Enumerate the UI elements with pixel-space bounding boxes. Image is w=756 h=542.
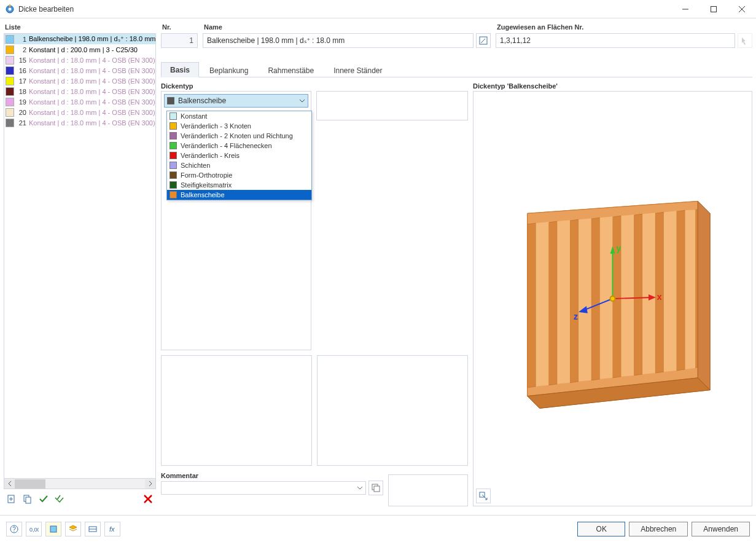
svg-rect-2 [9, 4, 10, 7]
scroll-right-arrow-icon[interactable] [145, 479, 155, 489]
svg-marker-27 [677, 210, 685, 371]
tab-beplankung[interactable]: Beplankung [200, 63, 257, 77]
dropdown-item[interactable]: Balkenscheibe [167, 190, 311, 200]
view-button[interactable] [85, 522, 101, 536]
list-item[interactable]: 16Konstant | d : 18.0 mm | 4 - OSB (EN 3… [4, 65, 155, 76]
color-swatch-icon [6, 56, 14, 65]
dropdown-swatch-icon [170, 171, 177, 179]
tab-rahmenstäbe[interactable]: Rahmenstäbe [259, 63, 323, 77]
svg-marker-28 [695, 210, 698, 368]
list-item-number: 17 [15, 77, 26, 85]
empty-panel-top [316, 91, 468, 120]
dropdown-item-label: Schichten [181, 162, 210, 169]
color-swatch-icon [6, 108, 14, 117]
svg-point-1 [9, 7, 12, 10]
copy-item-button[interactable] [21, 492, 34, 506]
kommentar-library-button[interactable] [368, 481, 383, 495]
dropdown-item-label: Veränderlich - 3 Knoten [181, 122, 251, 130]
new-item-button[interactable] [5, 492, 18, 506]
scroll-left-arrow-icon[interactable] [4, 479, 15, 489]
dropdown-item[interactable]: Veränderlich - 2 Knoten und Richtung [167, 131, 311, 141]
help-button[interactable]: ? [6, 522, 22, 536]
dickentyp-combo[interactable]: Balkenscheibe KonstantVeränderlich - 3 K… [164, 94, 308, 108]
preview-box[interactable]: y x z [473, 91, 752, 506]
svg-marker-34 [642, 213, 655, 374]
pick-surfaces-button [738, 33, 752, 48]
list-item[interactable]: 17Konstant | d : 18.0 mm | 4 - OSB (EN 3… [4, 76, 155, 86]
list-header: Liste [4, 22, 156, 33]
list-item[interactable]: 21Konstant | d : 18.0 mm | 4 - OSB (EN 3… [4, 117, 155, 128]
ok-button[interactable]: OK [577, 522, 625, 536]
svg-text:y: y [616, 243, 621, 253]
combo-selected-label: Balkenscheibe [178, 96, 226, 105]
color-button[interactable] [45, 522, 61, 536]
kommentar-combo[interactable] [161, 481, 366, 495]
layers-button[interactable] [65, 522, 81, 536]
chevron-down-icon [299, 98, 305, 104]
svg-text:x: x [657, 292, 662, 302]
nr-label: Nr. [161, 22, 198, 33]
check-button[interactable] [37, 492, 50, 506]
dropdown-item-label: Veränderlich - 2 Knoten und Richtung [181, 132, 293, 139]
dropdown-item[interactable]: Veränderlich - Kreis [167, 151, 311, 160]
function-button[interactable]: fx [104, 522, 120, 536]
units-button[interactable]: 0,00 [26, 522, 42, 536]
list-item-number: 20 [15, 109, 26, 116]
dropdown-swatch-icon [170, 191, 177, 198]
svg-marker-29 [536, 222, 549, 387]
empty-top-right-label [316, 81, 468, 91]
list-item[interactable]: 20Konstant | d : 18.0 mm | 4 - OSB (EN 3… [4, 107, 155, 117]
list-item-label: Konstant | d : 18.0 mm | 4 - OSB (EN 300… [29, 88, 155, 95]
svg-marker-36 [685, 210, 695, 369]
apply-button[interactable]: Anwenden [692, 522, 750, 536]
list-item[interactable]: 18Konstant | d : 18.0 mm | 4 - OSB (EN 3… [4, 86, 155, 96]
name-label: Name [203, 22, 491, 33]
list-item[interactable]: 2Konstant | d : 200.0 mm | 3 - C25/30 [4, 44, 155, 55]
maximize-button[interactable] [699, 0, 728, 18]
assigned-label: Zugewiesen an Flächen Nr. [496, 22, 752, 33]
dropdown-swatch-icon [170, 162, 177, 169]
combo-swatch-icon [167, 97, 174, 104]
dropdown-item[interactable]: Steifigkeitsmatrix [167, 180, 311, 190]
svg-text:fx: fx [109, 525, 115, 533]
list-item-number: 16 [15, 67, 26, 74]
svg-rect-53 [50, 526, 57, 532]
list-item-label: Balkenscheibe | 198.0 mm | dₛ⁺ : 18.0 mm [29, 35, 155, 43]
scroll-thumb[interactable] [15, 479, 45, 489]
dropdown-item[interactable]: Veränderlich - 4 Flächenecken [167, 141, 311, 151]
dropdown-item[interactable]: Schichten [167, 160, 311, 170]
dickentyp-dropdown[interactable]: KonstantVeränderlich - 3 KnotenVeränderl… [166, 111, 312, 200]
svg-marker-23 [591, 218, 600, 380]
name-field[interactable]: Balkenscheibe | 198.0 mm | dₛ⁺ : 18.0 mm [203, 33, 473, 48]
assigned-field[interactable]: 1,3,11,12 [496, 33, 735, 48]
list-item[interactable]: 15Konstant | d : 18.0 mm | 4 - OSB (EN 3… [4, 55, 155, 65]
dropdown-item[interactable]: Form-Orthotropie [167, 170, 311, 180]
list-container[interactable]: 1Balkenscheibe | 198.0 mm | dₛ⁺ : 18.0 m… [4, 33, 156, 479]
list-hscroll[interactable] [4, 479, 156, 489]
list-item[interactable]: 1Balkenscheibe | 198.0 mm | dₛ⁺ : 18.0 m… [4, 34, 155, 44]
dropdown-item[interactable]: Veränderlich - 3 Knoten [167, 121, 311, 131]
tab-basis[interactable]: Basis [161, 62, 199, 77]
svg-text:?: ? [12, 526, 16, 533]
list-item-label: Konstant | d : 18.0 mm | 4 - OSB (EN 300… [29, 109, 155, 116]
color-swatch-icon [6, 45, 14, 54]
dropdown-item[interactable]: Konstant [167, 111, 311, 121]
svg-marker-37 [698, 201, 710, 390]
delete-button[interactable] [141, 492, 155, 506]
kommentar-label: Kommentar [161, 471, 383, 481]
list-item[interactable]: 19Konstant | d : 18.0 mm | 4 - OSB (EN 3… [4, 96, 155, 107]
list-item-number: 18 [15, 88, 26, 95]
svg-marker-33 [621, 214, 634, 377]
svg-text:0,00: 0,00 [29, 527, 39, 533]
cancel-button[interactable]: Abbrechen [629, 522, 688, 536]
preview-tool-button[interactable] [476, 489, 491, 503]
check-all-button[interactable] [53, 492, 66, 506]
edit-name-button[interactable] [476, 33, 491, 48]
list-item-number: 15 [15, 57, 26, 64]
minimize-button[interactable] [671, 0, 699, 18]
tab-innere-ständer[interactable]: Innere Ständer [324, 63, 391, 77]
svg-marker-21 [548, 221, 557, 385]
list-item-label: Konstant | d : 18.0 mm | 4 - OSB (EN 300… [29, 67, 155, 74]
close-button[interactable] [728, 0, 756, 18]
dickentyp-box: Balkenscheibe KonstantVeränderlich - 3 K… [161, 91, 311, 350]
